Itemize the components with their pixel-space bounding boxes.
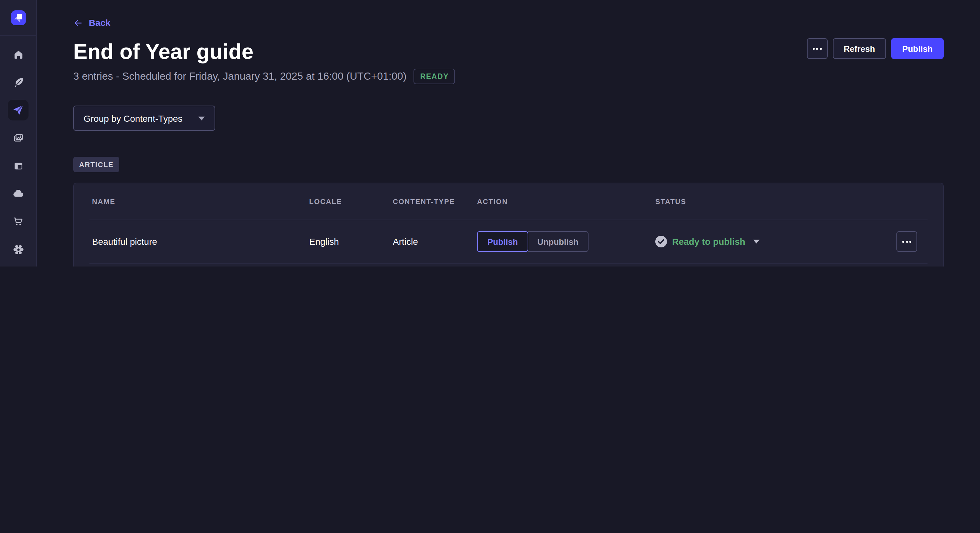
entry-content-type: Article [393,236,477,247]
column-header-action: ACTION [477,198,645,205]
refresh-button[interactable]: Refresh [832,38,886,59]
chevron-down-icon [198,116,205,120]
home-icon [13,49,24,60]
cloud-icon [12,187,25,200]
subtitle-row: 3 entries - Scheduled for Friday, Januar… [73,68,944,84]
action-segmented-control: Publish Unpublish [477,231,645,252]
row-publish-button[interactable]: Publish [477,231,528,252]
group-by-label: Group by Content-Types [84,113,183,124]
column-header-status: STATUS [645,198,891,205]
sidebar-item-cloud[interactable] [8,183,29,204]
column-header-name: NAME [92,198,309,205]
ellipsis-icon [902,241,911,243]
status-label: Ready to publish [672,236,745,247]
back-link[interactable]: Back [73,17,110,29]
gear-icon [12,243,24,255]
table-header-row: NAME LOCALE CONTENT-TYPE ACTION STATUS [74,183,943,219]
entry-name: Beautiful picture [92,236,309,247]
column-header-content-type: CONTENT-TYPE [393,198,477,205]
table-row: Beautiful picture English Article Publis… [74,220,943,263]
sidebar-item-releases[interactable] [8,100,29,121]
group-by-dropdown[interactable]: Group by Content-Types [73,106,215,131]
sidebar-item-media-library[interactable] [8,128,29,148]
back-arrow-icon [73,18,83,28]
header-actions: Refresh Publish [807,38,944,59]
layout-icon [13,160,24,171]
paper-plane-icon [12,104,25,117]
sidebar-item-content-type-builder[interactable] [8,155,29,176]
main-content: Back Refresh Publish End of Year guide 3… [37,0,980,266]
app-root: KD Back Refresh Publish End of Year guid… [0,0,980,266]
sidebar-item-home[interactable] [8,44,29,65]
sidebar-item-marketplace[interactable] [8,211,29,232]
status-badge: READY [414,68,455,84]
sidebar-item-content-manager[interactable] [8,72,29,93]
entries-table-card: NAME LOCALE CONTENT-TYPE ACTION STATUS B… [73,182,944,266]
cart-icon [12,216,24,227]
column-header-locale: LOCALE [309,198,393,205]
sidebar-nav [8,36,29,260]
table-row: A bug is becoming a meme on the internet… [74,263,943,266]
sidebar: KD [0,0,37,266]
content-type-tag: ARTICLE [73,157,119,172]
row-more-button[interactable] [896,231,917,252]
strapi-logo-button[interactable] [11,10,25,25]
status-dropdown[interactable]: Ready to publish [645,235,891,248]
entry-locale: English [309,236,393,247]
release-more-button[interactable] [807,38,827,59]
pictures-icon [12,132,24,144]
back-label: Back [89,17,110,29]
row-unpublish-button[interactable]: Unpublish [528,231,588,252]
check-circle-icon [655,236,667,247]
publish-button[interactable]: Publish [891,38,944,59]
ellipsis-icon [813,48,821,49]
feather-icon [12,76,24,89]
release-subtitle: 3 entries - Scheduled for Friday, Januar… [73,68,406,84]
strapi-logo-icon [11,10,25,25]
sidebar-item-settings[interactable] [8,239,29,260]
chevron-down-icon [753,240,760,244]
